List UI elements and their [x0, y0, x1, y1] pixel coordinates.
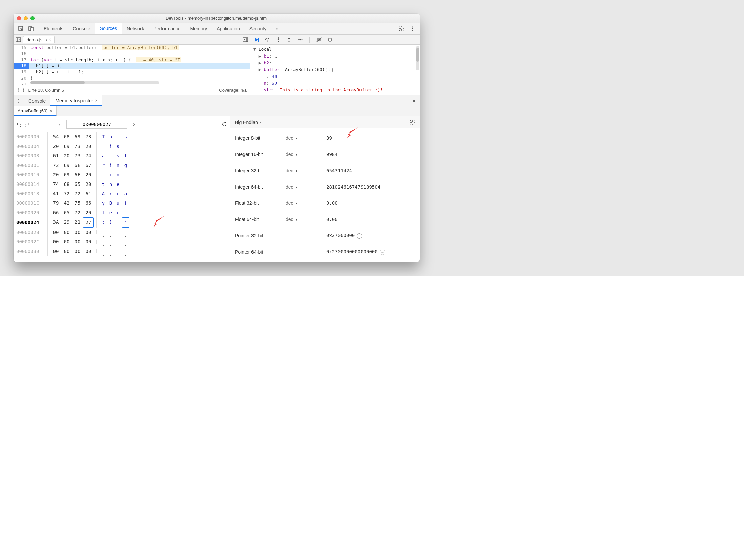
hex-ascii-char[interactable]: )	[107, 217, 114, 228]
step-into-icon[interactable]	[276, 37, 281, 42]
endianness-select[interactable]: Big Endian ▾	[235, 120, 262, 125]
code-line[interactable]: 18 b1[i] = i;	[14, 63, 250, 69]
undo-icon[interactable]	[16, 122, 22, 127]
hex-byte[interactable]: 00	[61, 237, 72, 246]
hex-row[interactable]: 0000001020696E20 in	[16, 170, 227, 179]
hex-byte[interactable]: 79	[50, 198, 61, 208]
file-tab[interactable]: demo-js.js ×	[23, 36, 55, 43]
hex-ascii-char[interactable]: h	[107, 132, 114, 142]
address-next-icon[interactable]: ›	[130, 121, 138, 127]
debugger-toggle-icon[interactable]	[243, 37, 248, 42]
line-number[interactable]: 19	[14, 69, 29, 75]
hex-byte[interactable]: 72	[50, 160, 61, 170]
line-number[interactable]: 21	[14, 81, 29, 85]
hex-byte[interactable]: 00	[72, 246, 83, 256]
hex-ascii-char[interactable]: y	[100, 198, 107, 208]
hex-ascii-char[interactable]: r	[114, 208, 122, 217]
hex-byte[interactable]: 68	[61, 132, 72, 142]
hex-byte[interactable]: 00	[50, 228, 61, 237]
hex-grid[interactable]: 0000000054686973This0000000420697320 is …	[16, 132, 227, 256]
close-file-tab-icon[interactable]: ×	[49, 37, 51, 42]
hex-ascii-char[interactable]: .	[107, 249, 114, 253]
vertical-scrollbar[interactable]	[416, 46, 419, 70]
code-line[interactable]: 16	[14, 51, 250, 57]
hex-byte[interactable]: 73	[83, 132, 94, 142]
hex-byte[interactable]: 20	[83, 208, 94, 217]
hex-byte[interactable]: 20	[83, 179, 94, 189]
hex-ascii-char[interactable]	[100, 142, 107, 151]
kebab-menu-icon[interactable]	[410, 26, 415, 31]
hex-byte[interactable]: 66	[83, 198, 94, 208]
hex-ascii-char[interactable]	[100, 170, 107, 179]
hex-row[interactable]: 0000003000000000....	[16, 246, 227, 256]
hex-byte[interactable]: 20	[83, 170, 94, 179]
code-line[interactable]: 20}	[14, 75, 250, 81]
drawer-menu-icon[interactable]: ⋮	[14, 95, 24, 106]
hex-ascii-char[interactable]: .	[107, 240, 114, 244]
jump-to-address-icon[interactable]: →	[357, 233, 362, 239]
step-over-icon[interactable]	[265, 37, 270, 42]
main-tab-elements[interactable]: Elements	[39, 23, 68, 34]
close-memory-tab-icon[interactable]: ×	[50, 108, 52, 113]
hex-byte[interactable]: 69	[61, 160, 72, 170]
step-out-icon[interactable]	[286, 37, 292, 42]
hex-byte[interactable]: 61	[50, 151, 61, 160]
hex-byte[interactable]: 00	[50, 237, 61, 246]
hex-row[interactable]: 0000002066657220fer	[16, 208, 227, 217]
hex-ascii-char[interactable]: .	[122, 249, 129, 253]
main-tab-sources[interactable]: Sources	[95, 23, 122, 34]
value-format-select[interactable]: dec ▾	[286, 152, 326, 157]
hex-byte[interactable]: 69	[72, 132, 83, 142]
hex-ascii-char[interactable]: .	[100, 240, 107, 244]
scope-pane[interactable]: ▼ Local ▶ b1: … ▶ b2: … ▶ buffer: ArrayB…	[250, 45, 420, 95]
hex-ascii-char[interactable]: .	[114, 240, 122, 244]
refresh-icon[interactable]	[222, 122, 227, 127]
main-tab-application[interactable]: Application	[212, 23, 245, 34]
hex-ascii-char[interactable]: i	[107, 160, 114, 170]
inspect-icon[interactable]	[18, 26, 24, 31]
hex-byte[interactable]: 00	[61, 228, 72, 237]
value-format-select[interactable]: dec ▾	[286, 217, 326, 222]
line-number[interactable]: 15	[14, 45, 29, 51]
hex-byte[interactable]: 69	[61, 142, 72, 151]
hex-byte[interactable]: 20	[50, 142, 61, 151]
hex-row[interactable]: 0000001841727261Arra	[16, 189, 227, 198]
hex-ascii-char[interactable]	[122, 170, 129, 179]
hex-byte[interactable]: 27	[83, 217, 94, 228]
hex-byte[interactable]: 65	[72, 179, 83, 189]
hex-byte[interactable]: 20	[83, 142, 94, 151]
horizontal-scrollbar[interactable]	[30, 81, 159, 84]
hex-byte[interactable]: 74	[83, 151, 94, 160]
main-tab-network[interactable]: Network	[122, 23, 149, 34]
scope-variable[interactable]: n: 60	[253, 80, 417, 87]
hex-byte[interactable]: 00	[72, 237, 83, 246]
hex-byte[interactable]: 67	[83, 160, 94, 170]
value-format-select[interactable]: dec ▾	[286, 135, 326, 141]
hex-row[interactable]: 0000001C79427566yBuf	[16, 198, 227, 208]
hex-ascii-char[interactable]: s	[114, 151, 122, 160]
hex-ascii-char[interactable]	[107, 151, 114, 160]
hex-ascii-char[interactable]: n	[114, 160, 122, 170]
hex-ascii-char[interactable]: s	[122, 132, 129, 142]
hex-byte[interactable]: 66	[50, 208, 61, 217]
hex-ascii-char[interactable]: n	[114, 170, 122, 179]
hex-byte[interactable]: 20	[61, 151, 72, 160]
memory-inspector-tab[interactable]: ArrayBuffer(60) ×	[14, 106, 57, 116]
hex-ascii-char[interactable]: g	[122, 160, 129, 170]
hex-byte[interactable]: 29	[61, 217, 72, 228]
hex-ascii-char[interactable]: '	[122, 217, 129, 228]
main-tab-performance[interactable]: Performance	[149, 23, 185, 34]
hex-ascii-char[interactable]: t	[122, 151, 129, 160]
jump-to-address-icon[interactable]: →	[380, 250, 385, 255]
hex-byte[interactable]: 61	[83, 189, 94, 198]
hex-byte[interactable]: 21	[72, 217, 83, 228]
hex-ascii-char[interactable]: T	[100, 132, 107, 142]
drawer-tab-console[interactable]: Console	[24, 95, 50, 106]
hex-ascii-char[interactable]: f	[100, 208, 107, 217]
navigator-toggle-icon[interactable]	[16, 37, 21, 42]
hex-ascii-char[interactable]: s	[114, 142, 122, 151]
more-tabs-button[interactable]: »	[271, 23, 283, 34]
hex-row[interactable]: 0000002800000000....	[16, 228, 227, 237]
hex-byte[interactable]: 00	[72, 228, 83, 237]
hex-byte[interactable]: 75	[72, 198, 83, 208]
